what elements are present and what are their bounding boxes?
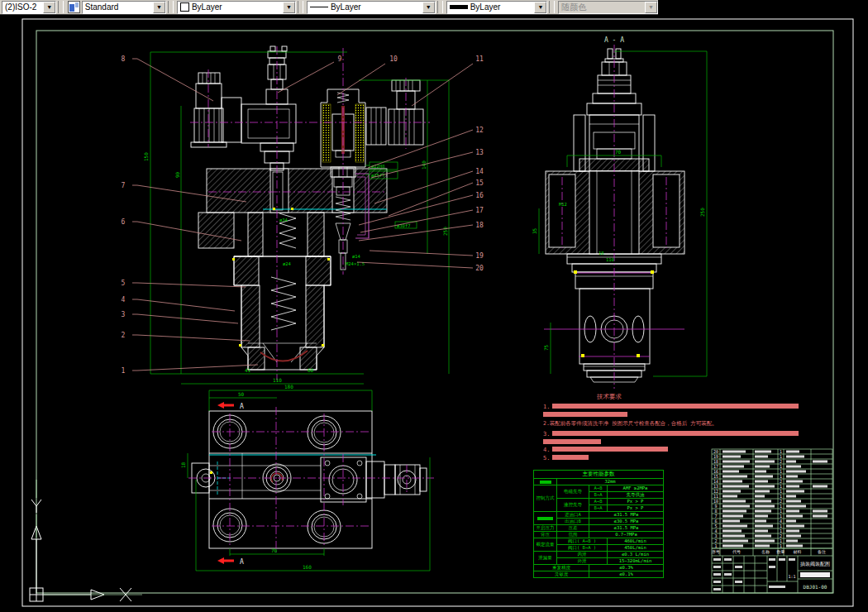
svg-text:1: 1	[122, 367, 126, 375]
svg-text:90: 90	[174, 171, 180, 178]
svg-text:3: 3	[122, 311, 126, 318]
svg-text:ø34: ø34	[279, 218, 289, 222]
svg-text:2: 2	[122, 332, 126, 339]
linetype-icon	[310, 7, 328, 7]
chevron-down-icon[interactable]: ▼	[534, 2, 546, 13]
svg-text:A: A	[240, 403, 244, 410]
svg-text:ø24: ø24	[283, 261, 292, 266]
svg-text:70: 70	[615, 149, 622, 155]
chevron-down-icon[interactable]: ▼	[153, 2, 165, 13]
svg-text:A: A	[240, 558, 244, 566]
linetype-value: ByLayer	[328, 2, 422, 12]
text-style-combo[interactable]: Standard ▼	[82, 1, 166, 14]
toolbar-separator	[298, 1, 303, 13]
svg-text:250: 250	[699, 208, 705, 217]
plan-view: A A	[188, 402, 434, 566]
svg-text:110: 110	[606, 257, 614, 262]
svg-text:18: 18	[475, 222, 484, 229]
svg-text:ø14: ø14	[352, 254, 361, 259]
performance-table-title: 主要性能参数	[534, 471, 664, 479]
tech-notes-title: 技术要求	[596, 393, 622, 400]
svg-text:160: 160	[303, 564, 312, 570]
svg-text:7: 7	[122, 182, 126, 189]
svg-text:名称: 名称	[761, 549, 770, 554]
bom-rows: 2011911821711611511421311211111029181716…	[712, 449, 832, 548]
svg-text:60: 60	[308, 367, 314, 373]
svg-text:70: 70	[271, 547, 278, 553]
svg-text:1: 1	[714, 543, 717, 548]
text-style-icon[interactable]	[68, 1, 80, 13]
svg-text:1.: 1.	[543, 404, 550, 410]
svg-text:5: 5	[122, 280, 126, 287]
svg-text:19: 19	[475, 252, 484, 260]
linetype-combo[interactable]: ByLayer ▼	[307, 1, 436, 14]
svg-text:备注: 备注	[818, 549, 826, 554]
svg-text:4.: 4.	[543, 447, 550, 453]
plot-style-value: 随颜色	[559, 2, 645, 13]
performance-table: 主要性能参数 32mm 控制方式电磁先导A→BAMF ≥2MPa B→A先导供油…	[533, 470, 664, 578]
svg-text:15: 15	[475, 179, 484, 187]
properties-toolbar: (2)ISO-2 ▼ Standard ▼ ByLayer ▼ ByLayer …	[0, 0, 658, 15]
dim-style-combo[interactable]: (2)ISO-2 ▼	[2, 1, 56, 14]
section-marker-bottom: A	[217, 557, 244, 566]
sheet-frame	[22, 19, 853, 606]
chevron-down-icon[interactable]: ▼	[422, 2, 435, 13]
svg-text:10: 10	[389, 55, 398, 63]
svg-text:数量: 数量	[777, 549, 785, 554]
drawing-number: DBJ01-00	[804, 584, 827, 590]
svg-text:材料: 材料	[793, 549, 802, 555]
svg-text:250: 250	[442, 227, 448, 236]
section-marker-top: A	[217, 402, 244, 410]
toolbar-separator	[58, 1, 64, 13]
lineweight-value: ByLayer	[468, 2, 535, 12]
drawing-canvas[interactable]: 150 90 140 250 41 60 110 ø22H8 ø25f7 ø30…	[0, 14, 868, 612]
svg-text:9: 9	[338, 55, 342, 63]
callout-leaders	[132, 59, 473, 371]
section-view-aa: A - A	[544, 36, 684, 389]
title-block: 2011911821711611511421311211111029181716…	[712, 449, 832, 593]
lineweight-icon	[450, 5, 468, 9]
svg-text:5.: 5.	[543, 455, 550, 461]
svg-text:14: 14	[475, 168, 484, 175]
svg-text:13: 13	[475, 149, 484, 156]
svg-text:20: 20	[475, 265, 484, 272]
svg-text:75: 75	[543, 344, 549, 351]
svg-text:序号: 序号	[712, 549, 720, 555]
plot-style-combo: 随颜色 ▼	[558, 1, 658, 14]
svg-text:17: 17	[475, 207, 484, 214]
svg-text:35: 35	[532, 227, 537, 234]
svg-text:3.: 3.	[543, 431, 550, 437]
toolbar-separator	[437, 1, 443, 13]
y-axis-label	[31, 500, 36, 506]
toolbar-separator	[549, 1, 555, 13]
callout-numbers: 1 2 3 4 5 6 7 8 9 10 11 12 13 14 15 16 1…	[122, 55, 484, 375]
scale-value: 1:1	[788, 574, 795, 579]
svg-text:18: 18	[599, 251, 604, 256]
color-combo[interactable]: ByLayer ▼	[177, 1, 296, 14]
crosshair-cursor[interactable]	[36, 480, 142, 595]
svg-text:6: 6	[122, 218, 126, 226]
svg-text:150: 150	[143, 152, 149, 161]
section-label: A - A	[604, 36, 624, 44]
svg-text:180: 180	[284, 384, 293, 390]
svg-text:18: 18	[180, 461, 186, 468]
lineweight-combo[interactable]: ByLayer ▼	[446, 1, 548, 14]
ucs-icon	[30, 500, 131, 601]
application-window: (2)ISO-2 ▼ Standard ▼ ByLayer ▼ ByLayer …	[0, 0, 868, 612]
svg-text:16: 16	[475, 192, 484, 199]
svg-text:110: 110	[273, 377, 282, 383]
text-style-value: Standard	[83, 2, 153, 12]
chevron-down-icon[interactable]: ▼	[283, 2, 295, 13]
svg-text:8: 8	[122, 55, 126, 63]
svg-text:11: 11	[475, 55, 484, 63]
toolbar-separator	[168, 1, 174, 13]
chevron-down-icon[interactable]: ▼	[43, 2, 55, 13]
svg-text:50: 50	[238, 391, 245, 397]
svg-text:41: 41	[245, 367, 251, 373]
dimensions-main: 150 90 140 250 41 60 110 ø22H8 ø25f7 ø30…	[143, 52, 449, 384]
svg-text:4: 4	[122, 296, 126, 304]
color-swatch-icon	[180, 2, 189, 12]
product-name: 插装阀装配图	[800, 561, 830, 567]
svg-text:代号: 代号	[732, 549, 741, 554]
svg-text:M12: M12	[559, 202, 567, 207]
